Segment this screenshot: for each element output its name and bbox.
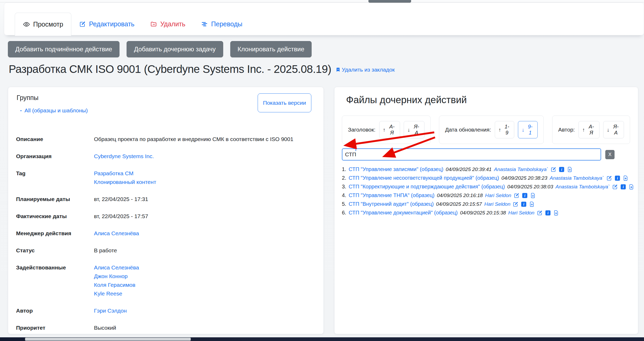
files-heading: Файлы дочерних действий	[346, 94, 630, 106]
child-files-card: Файлы дочерних действий Заголовок: ↑ А-Я…	[334, 87, 638, 334]
sort-title-desc-button[interactable]: ↓ Я-А	[404, 121, 425, 138]
group-link[interactable]: All (образцы и шаблоны)	[24, 107, 88, 114]
file-number: 1.	[342, 166, 346, 172]
horizontal-scrollbar[interactable]	[0, 337, 644, 341]
file-title-link[interactable]: СТП "Управление ТНПА" (образец)	[349, 192, 435, 198]
download-icon[interactable]	[567, 167, 573, 172]
file-title-link[interactable]: СТП "Корректирующие и подтверждающие дей…	[349, 184, 505, 190]
sort-updated-asc-button[interactable]: ↑ 1-9	[495, 121, 515, 138]
tab-bar: Просмотр Редактировать Удалить Переводы	[15, 13, 638, 36]
top-divider	[0, 2, 644, 2]
arrow-down-icon: ↓	[407, 127, 410, 133]
edit-icon[interactable]	[514, 193, 520, 198]
file-search-input[interactable]	[342, 148, 601, 161]
horizontal-scrollbar-thumb[interactable]	[25, 338, 191, 341]
info-icon[interactable]	[521, 201, 527, 207]
edit-icon	[79, 21, 86, 27]
involved-user-link[interactable]: Kyle Reese	[94, 289, 139, 298]
info-icon[interactable]	[522, 193, 528, 198]
add-sub-action-button[interactable]: Добавить подчинённое действие	[8, 41, 119, 57]
details-card: Группы ▪ All (образцы и шаблоны) Показат…	[8, 87, 324, 334]
involved-user-link[interactable]: Джон Коннор	[94, 272, 139, 280]
download-icon[interactable]	[628, 184, 634, 190]
involved-user-link[interactable]: Коля Герасимов	[94, 280, 139, 289]
field-row-description: Описание Образец проекта по разработке и…	[16, 131, 316, 148]
sort-label: Автор:	[558, 127, 575, 133]
sort-box-author: Автор: ↑ А-Я ↓ Я-А	[552, 116, 630, 144]
file-date: 04/09/2025 20:15:57	[436, 201, 482, 207]
info-icon[interactable]	[620, 184, 626, 190]
sort-label: Заголовок:	[348, 127, 376, 133]
file-author-link[interactable]: Anastasia Tambolskaya`	[550, 175, 604, 181]
search-row: X	[342, 148, 630, 161]
edit-icon[interactable]	[513, 201, 518, 207]
edit-icon[interactable]	[537, 210, 543, 216]
field-row-actual-dates: Фактические даты вт, 22/04/2025 - 17:57	[16, 208, 316, 225]
field-label: Приоритет	[16, 323, 94, 332]
field-label: Описание	[16, 135, 94, 143]
tab-edit[interactable]: Редактировать	[71, 13, 142, 36]
sort-author-asc-button[interactable]: ↑ А-Я	[578, 121, 599, 138]
sort-author-desc-button[interactable]: ↓ Я-А	[603, 121, 624, 138]
tab-panel: Просмотр Редактировать Удалить Переводы	[4, 3, 644, 35]
file-list-item: 4. СТП "Управление ТНПА" (образец) 04/09…	[342, 191, 630, 200]
field-row-author: Автор Гэри Сэлдон	[16, 302, 316, 319]
remove-bookmark-link[interactable]: Удалить из закладок	[336, 67, 395, 76]
field-row-involved: Задействованные Алиса Селезнёва Джон Кон…	[16, 259, 316, 302]
download-icon[interactable]	[553, 210, 559, 216]
tab-delete[interactable]: Удалить	[142, 13, 193, 36]
file-author-link[interactable]: Anastasia Tambolskaya`	[494, 167, 548, 172]
tab-delete-label: Удалить	[160, 20, 185, 28]
edit-icon[interactable]	[606, 175, 612, 181]
show-versions-button[interactable]: Показать версии	[258, 93, 311, 112]
field-row-tag: Tag Разработка СМ Клонированный контент	[16, 165, 316, 190]
file-title-link[interactable]: СТП "Управление документацией" (образец)	[349, 210, 458, 216]
file-author-link[interactable]: Hari Seldon	[485, 193, 511, 198]
file-number: 4.	[342, 192, 346, 198]
info-icon[interactable]	[545, 210, 551, 216]
file-title-link[interactable]: СТП "Управление несоответствующей продук…	[349, 175, 499, 181]
file-author-link[interactable]: Hari Seldon	[484, 201, 510, 207]
field-row-manager: Менеджер действия Алиса Селезнёва	[16, 225, 316, 242]
app-window: Просмотр Редактировать Удалить Переводы …	[0, 0, 644, 341]
tab-view[interactable]: Просмотр	[15, 13, 71, 36]
tab-translations[interactable]: Переводы	[193, 13, 250, 36]
add-child-task-button[interactable]: Добавить дочернюю задачу	[127, 41, 223, 57]
manager-link[interactable]: Алиса Селезнёва	[94, 229, 139, 238]
download-icon[interactable]	[623, 175, 628, 181]
edit-icon[interactable]	[551, 167, 556, 172]
text-cursor	[356, 144, 356, 151]
file-title-link[interactable]: СТП "Управление записями" (образец)	[349, 166, 443, 172]
title-row: Разработка СМК ISO 9001 (Cyberdyne Syste…	[9, 63, 395, 76]
download-icon[interactable]	[530, 193, 536, 198]
file-author-link[interactable]: Hari Seldon	[508, 210, 534, 216]
field-label: Менеджер действия	[16, 229, 94, 238]
eye-icon	[23, 21, 30, 28]
file-title-link[interactable]: СТП "Внутренний аудит" (образец)	[349, 201, 434, 207]
download-icon[interactable]	[529, 201, 535, 207]
sort-box-updated: Дата обновления: ↑ 1-9 ↓ 9-1	[439, 116, 544, 144]
tag-link[interactable]: Разработка СМ	[94, 169, 156, 178]
field-row-organization: Организация Cyberdyne Systems Inc.	[16, 148, 316, 165]
sort-title-asc-button[interactable]: ↑ А-Я	[379, 121, 400, 138]
info-icon[interactable]	[615, 175, 620, 181]
involved-user-link[interactable]: Алиса Селезнёва	[94, 263, 139, 272]
organization-link[interactable]: Cyberdyne Systems Inc.	[94, 152, 154, 161]
arrow-down-icon: ↓	[607, 127, 610, 133]
bookmark-icon	[336, 67, 341, 73]
clone-action-button[interactable]: Клонировать действие	[230, 41, 312, 57]
sort-updated-desc-button[interactable]: ↓ 9-1	[518, 121, 538, 138]
field-table: Описание Образец проекта по разработке и…	[16, 131, 316, 334]
tab-translations-label: Переводы	[211, 20, 242, 28]
field-value: Образец проекта по разработке и внедрени…	[94, 135, 293, 143]
remove-bookmark-label: Удалить из закладок	[342, 67, 395, 73]
tag-link[interactable]: Клонированный контент	[94, 178, 156, 186]
tab-view-label: Просмотр	[33, 21, 63, 28]
clear-search-button[interactable]: X	[605, 150, 615, 159]
author-link[interactable]: Гэри Сэлдон	[94, 306, 127, 315]
field-label: Планируемые даты	[16, 195, 94, 203]
info-icon[interactable]	[559, 167, 565, 172]
edit-icon[interactable]	[612, 184, 618, 190]
cutoff-top-button[interactable]	[368, 0, 411, 3]
file-author-link[interactable]: Anastasia Tambolskaya`	[556, 184, 610, 190]
